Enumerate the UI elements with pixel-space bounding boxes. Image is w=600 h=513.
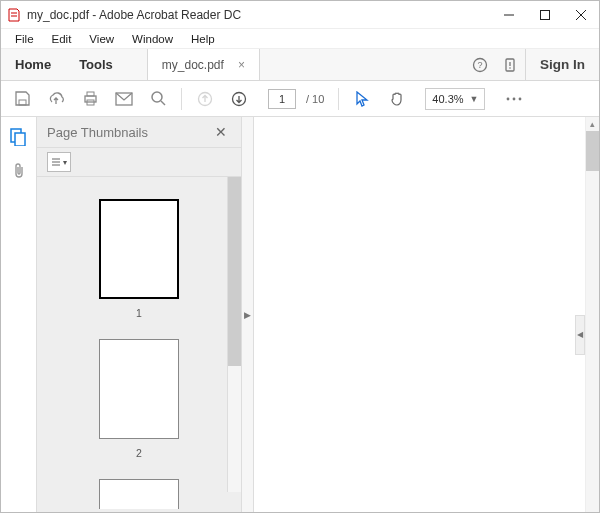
thumbnail-image (99, 479, 179, 509)
menu-bar: File Edit View Window Help (1, 29, 599, 49)
thumbnails-scrollbar[interactable] (227, 177, 241, 492)
separator (338, 88, 339, 110)
maximize-button[interactable] (527, 1, 563, 29)
tab-document[interactable]: my_doc.pdf × (147, 49, 260, 80)
thumbnail-image (99, 199, 179, 299)
svg-line-15 (161, 101, 165, 105)
window-title: my_doc.pdf - Adobe Acrobat Reader DC (27, 8, 241, 22)
thumbnail-page[interactable]: 2 (99, 339, 179, 479)
zoom-value: 40.3% (432, 93, 463, 105)
svg-rect-1 (541, 10, 550, 19)
select-tool-icon[interactable] (347, 84, 377, 114)
search-icon[interactable] (143, 84, 173, 114)
window-controls (491, 1, 599, 29)
panel-options-button[interactable]: ▾ (47, 152, 71, 172)
toolbar: 1 / 10 40.3% ▼ (1, 81, 599, 117)
menu-file[interactable]: File (7, 32, 42, 46)
title-bar: my_doc.pdf - Adobe Acrobat Reader DC (1, 1, 599, 29)
cloud-upload-icon[interactable] (41, 84, 71, 114)
thumbnail-page[interactable]: 1 (99, 199, 179, 339)
chevron-down-icon: ▼ (470, 94, 479, 104)
close-tab-icon[interactable]: × (238, 58, 245, 72)
help-icon[interactable]: ? (465, 49, 495, 80)
svg-text:?: ? (477, 60, 482, 70)
left-rail (1, 117, 37, 512)
svg-point-8 (509, 67, 511, 69)
svg-rect-9 (19, 100, 26, 105)
zoom-dropdown[interactable]: 40.3% ▼ (425, 88, 485, 110)
page-up-icon[interactable] (190, 84, 220, 114)
menu-window[interactable]: Window (124, 32, 181, 46)
panel-collapse-handle[interactable]: ▶ (242, 117, 254, 512)
scrollbar-thumb[interactable] (586, 131, 599, 171)
attachments-rail-icon[interactable] (7, 159, 31, 183)
sign-in-button[interactable]: Sign In (525, 49, 599, 80)
page-down-icon[interactable] (224, 84, 254, 114)
minimize-button[interactable] (491, 1, 527, 29)
work-area: Page Thumbnails ✕ ▾ 1 2 (1, 117, 599, 512)
page-number-input[interactable]: 1 (268, 89, 296, 109)
separator (181, 88, 182, 110)
thumbnails-panel: Page Thumbnails ✕ ▾ 1 2 (37, 117, 242, 512)
notification-icon[interactable] (495, 49, 525, 80)
menu-view[interactable]: View (81, 32, 122, 46)
svg-point-19 (513, 97, 516, 100)
hand-tool-icon[interactable] (381, 84, 411, 114)
svg-point-18 (507, 97, 510, 100)
svg-point-14 (152, 92, 162, 102)
panel-header: Page Thumbnails ✕ (37, 117, 241, 147)
thumbnails-list: 1 2 (37, 177, 241, 512)
print-icon[interactable] (75, 84, 105, 114)
app-icon (7, 8, 21, 22)
thumbnail-page[interactable] (99, 479, 179, 509)
tab-document-label: my_doc.pdf (162, 58, 224, 72)
thumbnail-label: 2 (99, 447, 179, 459)
panel-title: Page Thumbnails (47, 125, 211, 140)
document-scrollbar[interactable]: ▴ (585, 117, 599, 512)
scrollbar-thumb[interactable] (228, 177, 241, 366)
tab-home[interactable]: Home (1, 49, 65, 80)
email-icon[interactable] (109, 84, 139, 114)
document-view[interactable]: ▴ ◀ (254, 117, 599, 512)
panel-options: ▾ (37, 147, 241, 177)
close-button[interactable] (563, 1, 599, 29)
more-tools-icon[interactable] (499, 84, 529, 114)
svg-point-20 (519, 97, 522, 100)
thumbnails-rail-icon[interactable] (7, 125, 31, 149)
thumbnail-label: 1 (99, 307, 179, 319)
tab-tools[interactable]: Tools (65, 49, 127, 80)
scrollbar-up-icon[interactable]: ▴ (586, 117, 599, 131)
menu-edit[interactable]: Edit (44, 32, 80, 46)
thumbnail-image (99, 339, 179, 439)
svg-rect-22 (15, 133, 25, 146)
page-total: / 10 (306, 93, 324, 105)
nav-bar: Home Tools my_doc.pdf × ? Sign In (1, 49, 599, 81)
save-icon[interactable] (7, 84, 37, 114)
chevron-right-icon: ▶ (244, 310, 251, 320)
menu-help[interactable]: Help (183, 32, 223, 46)
panel-close-icon[interactable]: ✕ (211, 124, 231, 140)
chevron-down-icon: ▾ (63, 158, 67, 167)
right-tools-collapse-handle[interactable]: ◀ (575, 315, 585, 355)
